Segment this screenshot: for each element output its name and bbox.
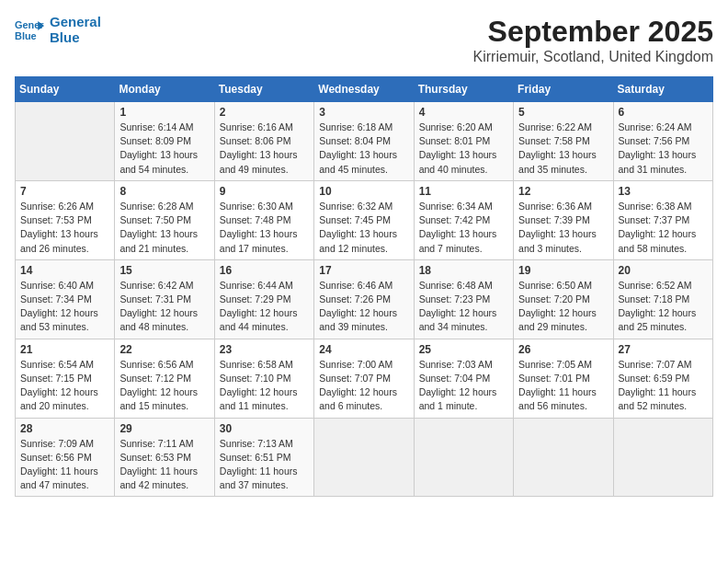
calendar-cell [514,418,613,497]
day-number: 17 [319,264,408,277]
day-number: 25 [419,343,508,356]
logo: General Blue General Blue [15,15,101,45]
calendar-cell: 15Sunrise: 6:42 AM Sunset: 7:31 PM Dayli… [115,259,214,339]
cell-info: Sunrise: 6:50 AM Sunset: 7:20 PM Dayligh… [518,279,608,335]
weekday-header: Thursday [414,77,513,102]
calendar-cell: 11Sunrise: 6:34 AM Sunset: 7:42 PM Dayli… [414,180,513,259]
logo-text: General Blue [50,15,101,45]
calendar-cell: 5Sunrise: 6:22 AM Sunset: 7:58 PM Daylig… [514,102,613,181]
day-number: 27 [619,343,708,356]
cell-info: Sunrise: 6:40 AM Sunset: 7:34 PM Dayligh… [20,279,109,335]
day-number: 13 [619,185,708,198]
weekday-header: Wednesday [314,77,414,102]
calendar-cell: 1Sunrise: 6:14 AM Sunset: 8:09 PM Daylig… [115,102,214,181]
day-number: 15 [119,264,209,277]
cell-info: Sunrise: 6:32 AM Sunset: 7:45 PM Dayligh… [319,200,408,256]
cell-info: Sunrise: 6:58 AM Sunset: 7:10 PM Dayligh… [220,358,309,414]
calendar-cell: 29Sunrise: 7:11 AM Sunset: 6:53 PM Dayli… [115,418,214,497]
calendar-table: SundayMondayTuesdayWednesdayThursdayFrid… [15,76,713,497]
cell-info: Sunrise: 7:13 AM Sunset: 6:51 PM Dayligh… [220,437,309,493]
calendar-cell: 18Sunrise: 6:48 AM Sunset: 7:23 PM Dayli… [414,259,513,339]
calendar-cell [414,418,513,497]
weekday-header: Monday [115,77,214,102]
calendar-cell: 25Sunrise: 7:03 AM Sunset: 7:04 PM Dayli… [414,339,513,418]
calendar-cell: 23Sunrise: 6:58 AM Sunset: 7:10 PM Dayli… [214,339,313,418]
calendar-cell [16,102,115,181]
day-number: 28 [20,422,109,435]
day-number: 18 [419,264,508,277]
cell-info: Sunrise: 6:26 AM Sunset: 7:53 PM Dayligh… [20,200,109,256]
day-number: 10 [319,185,408,198]
day-number: 9 [220,185,309,198]
cell-info: Sunrise: 7:09 AM Sunset: 6:56 PM Dayligh… [20,437,109,493]
logo-icon: General Blue [15,17,44,43]
calendar-cell: 27Sunrise: 7:07 AM Sunset: 6:59 PM Dayli… [613,339,712,418]
cell-info: Sunrise: 7:07 AM Sunset: 6:59 PM Dayligh… [619,358,708,414]
weekday-header: Saturday [613,77,712,102]
day-number: 7 [20,185,109,198]
day-number: 8 [119,185,209,198]
weekday-header: Tuesday [214,77,313,102]
day-number: 22 [119,343,209,356]
calendar-cell: 20Sunrise: 6:52 AM Sunset: 7:18 PM Dayli… [613,259,712,339]
cell-info: Sunrise: 6:54 AM Sunset: 7:15 PM Dayligh… [20,358,109,414]
calendar-week-row: 1Sunrise: 6:14 AM Sunset: 8:09 PM Daylig… [16,102,713,181]
calendar-week-row: 28Sunrise: 7:09 AM Sunset: 6:56 PM Dayli… [16,418,713,497]
calendar-cell: 30Sunrise: 7:13 AM Sunset: 6:51 PM Dayli… [214,418,313,497]
cell-info: Sunrise: 6:36 AM Sunset: 7:39 PM Dayligh… [518,200,608,256]
cell-info: Sunrise: 6:14 AM Sunset: 8:09 PM Dayligh… [119,121,209,177]
location-title: Kirriemuir, Scotland, United Kingdom [473,49,713,65]
cell-info: Sunrise: 6:18 AM Sunset: 8:04 PM Dayligh… [319,121,408,177]
cell-info: Sunrise: 7:05 AM Sunset: 7:01 PM Dayligh… [518,358,608,414]
calendar-cell: 28Sunrise: 7:09 AM Sunset: 6:56 PM Dayli… [16,418,115,497]
cell-info: Sunrise: 6:16 AM Sunset: 8:06 PM Dayligh… [220,121,309,177]
day-number: 2 [220,106,309,119]
cell-info: Sunrise: 6:46 AM Sunset: 7:26 PM Dayligh… [319,279,408,335]
cell-info: Sunrise: 6:42 AM Sunset: 7:31 PM Dayligh… [119,279,209,335]
calendar-week-row: 21Sunrise: 6:54 AM Sunset: 7:15 PM Dayli… [16,339,713,418]
day-number: 26 [518,343,608,356]
weekday-header: Friday [514,77,613,102]
calendar-cell: 26Sunrise: 7:05 AM Sunset: 7:01 PM Dayli… [514,339,613,418]
calendar-cell: 19Sunrise: 6:50 AM Sunset: 7:20 PM Dayli… [514,259,613,339]
cell-info: Sunrise: 7:11 AM Sunset: 6:53 PM Dayligh… [119,437,209,493]
cell-info: Sunrise: 6:44 AM Sunset: 7:29 PM Dayligh… [220,279,309,335]
day-number: 5 [518,106,608,119]
day-number: 16 [220,264,309,277]
day-number: 19 [518,264,608,277]
calendar-week-row: 14Sunrise: 6:40 AM Sunset: 7:34 PM Dayli… [16,259,713,339]
day-number: 4 [419,106,508,119]
svg-text:Blue: Blue [15,30,37,41]
calendar-cell: 17Sunrise: 6:46 AM Sunset: 7:26 PM Dayli… [314,259,414,339]
day-number: 14 [20,264,109,277]
calendar-cell: 14Sunrise: 6:40 AM Sunset: 7:34 PM Dayli… [16,259,115,339]
calendar-cell: 24Sunrise: 7:00 AM Sunset: 7:07 PM Dayli… [314,339,414,418]
day-number: 29 [119,422,209,435]
cell-info: Sunrise: 6:20 AM Sunset: 8:01 PM Dayligh… [419,121,508,177]
top-row: General Blue General Blue September 2025… [15,15,713,69]
calendar-cell: 22Sunrise: 6:56 AM Sunset: 7:12 PM Dayli… [115,339,214,418]
calendar-cell: 3Sunrise: 6:18 AM Sunset: 8:04 PM Daylig… [314,102,414,181]
day-number: 24 [319,343,408,356]
cell-info: Sunrise: 6:56 AM Sunset: 7:12 PM Dayligh… [119,358,209,414]
cell-info: Sunrise: 6:30 AM Sunset: 7:48 PM Dayligh… [220,200,309,256]
calendar-cell: 21Sunrise: 6:54 AM Sunset: 7:15 PM Dayli… [16,339,115,418]
cell-info: Sunrise: 6:28 AM Sunset: 7:50 PM Dayligh… [119,200,209,256]
day-number: 6 [619,106,708,119]
cell-info: Sunrise: 7:03 AM Sunset: 7:04 PM Dayligh… [419,358,508,414]
day-number: 23 [220,343,309,356]
cell-info: Sunrise: 6:52 AM Sunset: 7:18 PM Dayligh… [619,279,708,335]
weekday-header-row: SundayMondayTuesdayWednesdayThursdayFrid… [16,77,713,102]
day-number: 30 [220,422,309,435]
cell-info: Sunrise: 6:38 AM Sunset: 7:37 PM Dayligh… [619,200,708,256]
day-number: 12 [518,185,608,198]
calendar-cell: 7Sunrise: 6:26 AM Sunset: 7:53 PM Daylig… [16,180,115,259]
day-number: 21 [20,343,109,356]
cell-info: Sunrise: 6:22 AM Sunset: 7:58 PM Dayligh… [518,121,608,177]
title-area: September 2025 Kirriemuir, Scotland, Uni… [473,15,713,65]
calendar-cell: 13Sunrise: 6:38 AM Sunset: 7:37 PM Dayli… [613,180,712,259]
calendar-cell: 6Sunrise: 6:24 AM Sunset: 7:56 PM Daylig… [613,102,712,181]
calendar-cell: 4Sunrise: 6:20 AM Sunset: 8:01 PM Daylig… [414,102,513,181]
day-number: 20 [619,264,708,277]
calendar-cell: 12Sunrise: 6:36 AM Sunset: 7:39 PM Dayli… [514,180,613,259]
